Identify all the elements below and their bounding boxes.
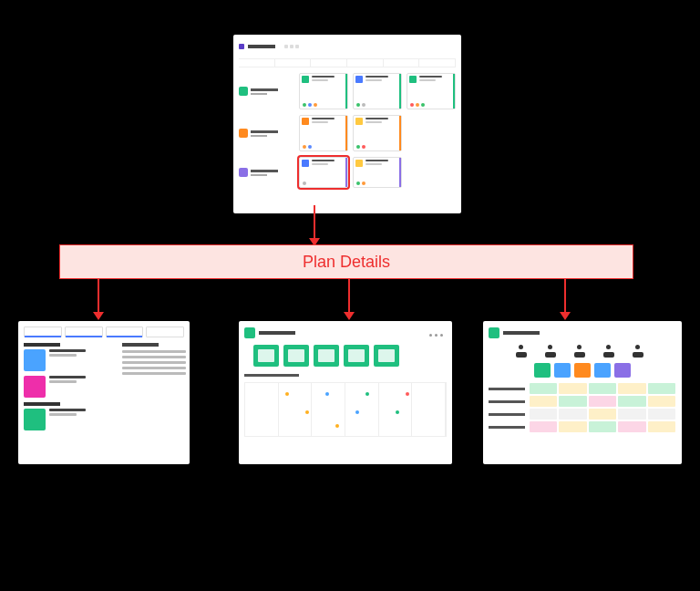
schedule-tile[interactable] [283, 345, 309, 367]
item-tile-icon [24, 376, 46, 398]
item-tile-icon [24, 349, 46, 371]
schedule-subtitle [244, 374, 299, 377]
plan-row-purple [239, 157, 456, 188]
plan-overview-screenshot [233, 35, 461, 213]
plan-card[interactable] [353, 157, 402, 188]
row-color-swatch [239, 168, 248, 177]
matrix-header [489, 327, 676, 339]
row-label-orange [239, 115, 293, 151]
category-tile[interactable] [594, 363, 611, 378]
plan-details-label: Plan Details [303, 253, 390, 272]
summary-item[interactable] [24, 376, 184, 398]
flow-arrow [305, 205, 324, 247]
row-label-purple [239, 157, 293, 188]
app-title-placeholder [248, 45, 275, 48]
schedule-tile[interactable] [344, 345, 369, 367]
item-tile-icon [24, 409, 46, 430]
plan-card-selected[interactable] [299, 157, 348, 188]
exercise-icons-row [489, 345, 676, 358]
plan-card[interactable] [299, 115, 348, 151]
schedule-tiles [253, 345, 447, 367]
exercise-icon [516, 345, 532, 358]
schedule-icon [244, 327, 255, 338]
schedule-header [244, 327, 447, 339]
category-tile[interactable] [574, 363, 591, 378]
detail-screenshot-matrix [483, 321, 682, 464]
detail-screenshot-schedule [239, 321, 452, 464]
schedule-tile[interactable] [314, 345, 339, 367]
schedule-grid [244, 382, 447, 437]
summary-tabs [24, 327, 184, 337]
row-color-swatch [239, 87, 248, 96]
matrix-icon [489, 327, 499, 338]
plan-card[interactable] [353, 115, 402, 151]
more-icon[interactable] [429, 334, 443, 337]
schedule-tile[interactable] [374, 345, 399, 367]
flow-arrow [556, 279, 574, 321]
matrix-grid [489, 383, 676, 432]
app-icon [239, 44, 244, 49]
category-tile[interactable] [534, 363, 551, 378]
category-tile[interactable] [554, 363, 571, 378]
exercise-icon [545, 345, 561, 358]
plan-card[interactable] [353, 73, 402, 109]
detail-screenshot-summary [18, 321, 190, 464]
exercise-icon [574, 345, 591, 358]
exercise-icon [603, 345, 620, 358]
toolbar-dots [284, 45, 299, 48]
plan-card[interactable] [299, 73, 348, 109]
plan-overview-header [239, 40, 456, 53]
category-tile[interactable] [614, 363, 631, 378]
category-row [489, 363, 676, 378]
plan-card[interactable] [407, 73, 456, 109]
schedule-tile[interactable] [253, 345, 279, 367]
timeline-scale [239, 58, 456, 67]
row-color-swatch [239, 129, 248, 138]
exercise-icon [633, 345, 649, 358]
summary-item[interactable] [24, 409, 184, 430]
plan-row-orange [239, 115, 456, 151]
plan-row-green [239, 73, 456, 109]
summary-side-panel [122, 343, 186, 378]
flow-arrow [89, 279, 108, 321]
row-label-green [239, 73, 293, 109]
flow-arrow [340, 279, 358, 321]
plan-details-banner: Plan Details [59, 244, 633, 279]
